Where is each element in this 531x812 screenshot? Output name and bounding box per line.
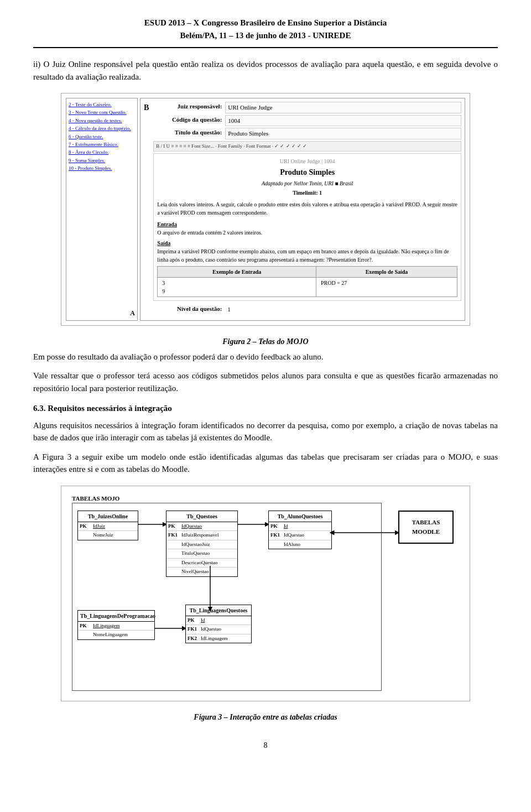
arrow-linguagens (155, 618, 185, 641)
letter-b: B (144, 102, 149, 113)
table-questoes-row3: IdQuestaoJuiz (166, 540, 237, 550)
fig2-left-panel: 2 - Teste do Caixeiro. 3 - Novo Teste co… (66, 98, 138, 321)
table-questoes-row2: FK1 IdJuizResponsavel (166, 531, 237, 540)
io-table-saida-val: PROD = 27 (316, 278, 457, 297)
titulo-value: Produto Simples (225, 128, 461, 139)
figure2-inner: 2 - Teste do Caixeiro. 3 - Novo Teste co… (66, 98, 465, 321)
table-linguagens-questoes-row1: PK Id (186, 616, 251, 626)
codigo-row: Código da questão: 1004 (153, 115, 461, 127)
tabelas-mojo-label: TABELAS MOJO (72, 494, 119, 503)
nomejuiz-field: NomeJuiz (93, 532, 113, 539)
arrow-juizes-questoes (138, 511, 166, 544)
juiz-value: URI Online Judge (225, 102, 461, 113)
letter-a: A (130, 308, 135, 318)
nivel-value: 1 (225, 304, 461, 315)
section-body2: A Figura 3 a seguir exibe um modelo onde… (33, 451, 498, 476)
table-linguagens-questoes: Tb_LinguagensQuestoes PK Id FK1 IdQuesta… (185, 605, 252, 644)
table-linguagens-prog-row2: NomeLinguagem (78, 631, 154, 639)
figure3-caption: Figura 3 – Interação entre as tabelas cr… (33, 711, 498, 723)
arrow-questoes-down (199, 566, 221, 610)
io-table: Exemplo de Entrada Exemplo de Saída 3 9 … (157, 266, 457, 297)
db-diagram: TABELAS MOJO Tb_JuizesOnline PK IdJuiz N… (72, 494, 459, 693)
codigo-label: Código da questão: (153, 115, 225, 127)
io-table-entrada-val: 3 9 (158, 278, 316, 297)
table-linguagens-questoes-row2: FK1 IdQuestao (186, 625, 251, 634)
table-aluno-row2: FK1 IdQuestao (269, 531, 331, 540)
titulo-row: Título da questão: Produto Simples (153, 128, 461, 139)
codigo-value: 1004 (225, 115, 461, 127)
paragraph2: Em posse do resultado da avaliação o pro… (33, 351, 498, 363)
saida-body: Imprima a variável PROD conforme exemplo… (157, 247, 457, 264)
left-item-1: 2 - Teste do Caixeiro. (69, 101, 135, 108)
paragraph1: ii) O Juiz Online responsável pela quest… (33, 58, 498, 83)
table-linguagens-prog: Tb_LinguagensDeProgramacao PK IdLinguage… (77, 610, 155, 640)
table-linguagens-questoes-row3: FK2 IdLinguagem (186, 634, 251, 643)
table-aluno-questoes: Tb_AlunoQuestoes PK Id FK1 IdQuestao IdA… (268, 511, 332, 550)
nivel-row: Nível da questão: 1 (153, 304, 461, 315)
table-aluno-header: Tb_AlunoQuestoes (269, 511, 331, 522)
left-item-2: 3 - Novo Teste com Questão. (69, 108, 135, 116)
table-juizes-row1: PK IdJuiz (78, 522, 138, 532)
saida-title: Saída (157, 239, 457, 247)
table-juizes-row2: NomeJuiz (78, 531, 138, 540)
left-item-3: 4 - Nova questão de testes. (69, 117, 135, 124)
table-questoes-row1: PK IdQuestao (166, 522, 237, 532)
table-aluno-row1: PK Id (269, 522, 331, 532)
question-content: URI Online Judge | 1004 Produto Simples … (153, 153, 461, 301)
juiz-row: Juiz responsável: URI Online Judge (153, 102, 461, 113)
tabelas-moodle: TABELASMOODLE (398, 511, 454, 544)
pk-label: PK (80, 523, 93, 530)
header-line1: ESUD 2013 – X Congresso Brasileiro de En… (33, 17, 498, 29)
header-line2: Belém/PA, 11 – 13 de junho de 2013 - UNI… (33, 29, 498, 42)
entrada-section: Entrada O arquivo de entrada contém 2 va… (157, 220, 457, 237)
table-linguagens-prog-row1: PK IdLinguagem (78, 622, 154, 631)
page-number: 8 (33, 740, 498, 751)
entrada-body: O arquivo de entrada contém 2 valores in… (157, 228, 457, 237)
table-linguagens-prog-header: Tb_LinguagensDeProgramacao (78, 611, 154, 622)
section-number: 6.3. (33, 404, 46, 413)
juiz-label: Juiz responsável: (153, 102, 225, 113)
q-body: Leia dois valores inteiros. A seguir, ca… (157, 200, 457, 217)
titulo-label: Título da questão: (153, 128, 225, 139)
entrada-title: Entrada (157, 220, 457, 228)
idjuiz-field: IdJuiz (93, 523, 105, 530)
arrow-questoes-aluno (238, 511, 268, 544)
fig2-right-panel: B Juiz responsável: URI Online Judge Cód… (140, 98, 465, 321)
figure2-container: 2 - Teste do Caixeiro. 3 - Novo Teste co… (61, 93, 470, 326)
left-item-5: 6 - Questão teste. (69, 133, 135, 140)
figure3-container: TABELAS MOJO Tb_JuizesOnline PK IdJuiz N… (61, 486, 470, 701)
table-aluno-row3: IdAluno (269, 540, 331, 549)
table-questoes-header: Tb_Questoes (166, 511, 237, 522)
q-title: Produto Simples (157, 166, 457, 178)
section-body1: Alguns requisitos necessários à integraç… (33, 419, 498, 444)
saida-section: Saída Imprima a variável PROD conforme e… (157, 239, 457, 264)
left-item-8: 9 - Soma Simples. (69, 157, 135, 164)
editor-toolbar: B / I U ≡ ≡ ≡ ≡ ≡ Font Size... · Font Fa… (153, 141, 461, 152)
nivel-label: Nível da questão: (153, 304, 225, 315)
table-juizes: Tb_JuizesOnline PK IdJuiz NomeJuiz (77, 511, 138, 540)
fig2-left-items: 2 - Teste do Caixeiro. 3 - Novo Teste co… (69, 101, 135, 173)
left-item-6: 7 - Estrênamente Básico. (69, 140, 135, 148)
io-table-header-saida: Exemplo de Saída (316, 267, 457, 278)
left-item-7: 8 - Área do Círculo. (69, 148, 135, 156)
arrow-aluno-moodle (332, 524, 398, 546)
section-title: Requisitos necessários à integração (48, 404, 172, 413)
left-item-9: 10 - Produto Simples. (69, 164, 135, 172)
q-subtitle: Adaptado por Nellor Tonin, URI ■ Brasil (157, 179, 457, 188)
table-questoes-row4: TituloQuestao (166, 549, 237, 559)
io-table-header-entrada: Exemplo de Entrada (158, 267, 316, 278)
left-item-4: 4 - Cálculo da área do trapézio. (69, 124, 135, 132)
page-header: ESUD 2013 – X Congresso Brasileiro de En… (33, 17, 498, 48)
figure2-caption: Figura 2 – Telas do MOJO (33, 336, 498, 347)
q-site: URI Online Judge | 1004 (157, 157, 457, 165)
section-heading: 6.3. Requisitos necessários à integração (33, 402, 498, 415)
paragraph3: Vale ressaltar que o professor terá aces… (33, 369, 498, 394)
q-timelimit: Timelimit: 1 (157, 189, 457, 197)
table-juizes-header: Tb_JuizesOnline (78, 511, 138, 522)
